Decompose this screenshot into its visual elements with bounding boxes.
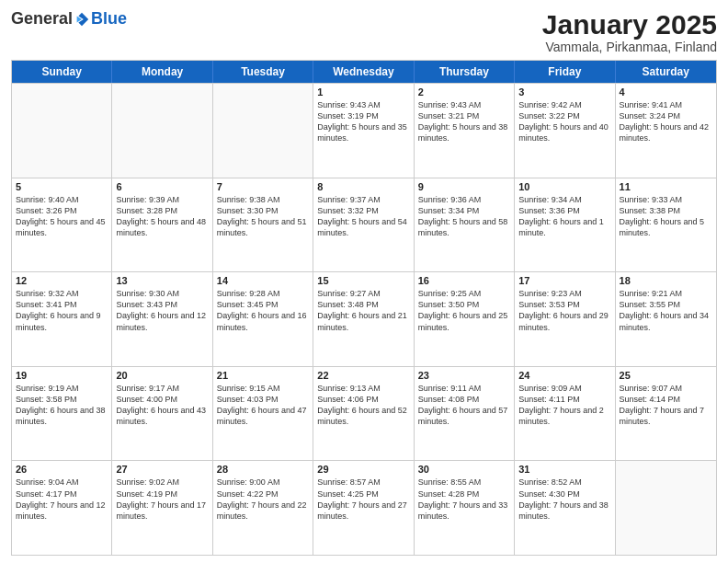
page-header: General Blue January 2025 Vammala, Pirka… [11,9,717,54]
week-row-4: 19Sunrise: 9:19 AM Sunset: 3:58 PM Dayli… [12,366,716,461]
day-info-25: Sunrise: 9:07 AM Sunset: 4:14 PM Dayligh… [620,383,712,428]
empty-cell-0-1 [112,84,212,178]
day-number-21: 21 [217,370,309,381]
day-cell-11: 11Sunrise: 9:33 AM Sunset: 3:38 PM Dayli… [616,178,716,272]
day-info-11: Sunrise: 9:33 AM Sunset: 3:38 PM Dayligh… [620,194,712,239]
calendar-body: 1Sunrise: 9:43 AM Sunset: 3:19 PM Daylig… [12,83,716,555]
day-number-10: 10 [518,181,610,192]
day-info-12: Sunrise: 9:32 AM Sunset: 3:41 PM Dayligh… [16,288,108,333]
day-number-4: 4 [620,86,712,98]
day-number-24: 24 [518,370,610,381]
day-cell-28: 28Sunrise: 9:00 AM Sunset: 4:22 PM Dayli… [213,461,313,555]
header-day-saturday: Saturday [616,61,716,83]
day-info-15: Sunrise: 9:27 AM Sunset: 3:48 PM Dayligh… [317,288,409,333]
day-cell-25: 25Sunrise: 9:07 AM Sunset: 4:14 PM Dayli… [616,367,716,461]
day-cell-19: 19Sunrise: 9:19 AM Sunset: 3:58 PM Dayli… [12,367,112,461]
day-info-14: Sunrise: 9:28 AM Sunset: 3:45 PM Dayligh… [217,288,309,333]
day-cell-29: 29Sunrise: 8:57 AM Sunset: 4:25 PM Dayli… [313,461,414,555]
day-info-9: Sunrise: 9:36 AM Sunset: 3:34 PM Dayligh… [418,194,510,239]
day-info-7: Sunrise: 9:38 AM Sunset: 3:30 PM Dayligh… [217,194,309,239]
header-day-tuesday: Tuesday [213,61,313,83]
day-number-30: 30 [418,464,510,475]
day-cell-4: 4Sunrise: 9:41 AM Sunset: 3:24 PM Daylig… [616,84,716,178]
empty-cell-4-6 [616,461,716,555]
day-number-3: 3 [518,86,610,98]
logo-general-text: General [11,9,73,29]
day-info-23: Sunrise: 9:11 AM Sunset: 4:08 PM Dayligh… [418,383,510,428]
day-info-18: Sunrise: 9:21 AM Sunset: 3:55 PM Dayligh… [620,288,712,333]
day-info-10: Sunrise: 9:34 AM Sunset: 3:36 PM Dayligh… [518,194,610,239]
day-info-6: Sunrise: 9:39 AM Sunset: 3:28 PM Dayligh… [116,194,208,239]
day-info-27: Sunrise: 9:02 AM Sunset: 4:19 PM Dayligh… [116,477,208,522]
logo-blue-text: Blue [91,9,127,29]
day-number-27: 27 [116,464,208,475]
day-info-3: Sunrise: 9:42 AM Sunset: 3:22 PM Dayligh… [518,99,610,144]
day-info-1: Sunrise: 9:43 AM Sunset: 3:19 PM Dayligh… [317,99,409,144]
title-block: January 2025 Vammala, Pirkanmaa, Finland [542,9,717,54]
logo-icon [74,11,90,28]
day-number-15: 15 [317,275,409,286]
day-number-26: 26 [16,464,108,475]
empty-cell-0-0 [12,84,112,178]
week-row-1: 1Sunrise: 9:43 AM Sunset: 3:19 PM Daylig… [12,83,716,178]
day-info-30: Sunrise: 8:55 AM Sunset: 4:28 PM Dayligh… [418,477,510,522]
day-cell-27: 27Sunrise: 9:02 AM Sunset: 4:19 PM Dayli… [112,461,212,555]
day-cell-18: 18Sunrise: 9:21 AM Sunset: 3:55 PM Dayli… [616,272,716,366]
day-number-1: 1 [317,86,409,98]
day-number-5: 5 [16,181,108,192]
calendar: SundayMondayTuesdayWednesdayThursdayFrid… [11,60,717,556]
day-info-16: Sunrise: 9:25 AM Sunset: 3:50 PM Dayligh… [418,288,510,333]
week-row-2: 5Sunrise: 9:40 AM Sunset: 3:26 PM Daylig… [12,178,716,272]
day-cell-21: 21Sunrise: 9:15 AM Sunset: 4:03 PM Dayli… [213,367,313,461]
day-info-8: Sunrise: 9:37 AM Sunset: 3:32 PM Dayligh… [317,194,409,239]
header-day-sunday: Sunday [12,61,112,83]
day-info-5: Sunrise: 9:40 AM Sunset: 3:26 PM Dayligh… [16,194,108,239]
day-info-2: Sunrise: 9:43 AM Sunset: 3:21 PM Dayligh… [418,99,510,144]
day-info-22: Sunrise: 9:13 AM Sunset: 4:06 PM Dayligh… [317,383,409,428]
header-day-thursday: Thursday [415,61,515,83]
day-info-21: Sunrise: 9:15 AM Sunset: 4:03 PM Dayligh… [217,383,309,428]
day-info-24: Sunrise: 9:09 AM Sunset: 4:11 PM Dayligh… [518,383,610,428]
day-number-12: 12 [16,275,108,286]
day-cell-2: 2Sunrise: 9:43 AM Sunset: 3:21 PM Daylig… [415,84,515,178]
day-info-4: Sunrise: 9:41 AM Sunset: 3:24 PM Dayligh… [620,99,712,144]
day-info-29: Sunrise: 8:57 AM Sunset: 4:25 PM Dayligh… [317,477,409,522]
week-row-5: 26Sunrise: 9:04 AM Sunset: 4:17 PM Dayli… [12,460,716,555]
day-number-18: 18 [620,275,712,286]
day-number-31: 31 [518,464,610,475]
calendar-header: SundayMondayTuesdayWednesdayThursdayFrid… [12,61,716,83]
day-number-20: 20 [116,370,208,381]
day-number-16: 16 [418,275,510,286]
day-cell-12: 12Sunrise: 9:32 AM Sunset: 3:41 PM Dayli… [12,272,112,366]
day-info-13: Sunrise: 9:30 AM Sunset: 3:43 PM Dayligh… [116,288,208,333]
day-cell-23: 23Sunrise: 9:11 AM Sunset: 4:08 PM Dayli… [415,367,515,461]
page-container: General Blue January 2025 Vammala, Pirka… [0,0,728,563]
day-cell-15: 15Sunrise: 9:27 AM Sunset: 3:48 PM Dayli… [313,272,414,366]
header-day-wednesday: Wednesday [313,61,414,83]
day-cell-30: 30Sunrise: 8:55 AM Sunset: 4:28 PM Dayli… [415,461,515,555]
day-cell-1: 1Sunrise: 9:43 AM Sunset: 3:19 PM Daylig… [313,84,414,178]
month-title: January 2025 [542,9,717,40]
header-day-monday: Monday [112,61,212,83]
day-info-31: Sunrise: 8:52 AM Sunset: 4:30 PM Dayligh… [518,477,610,522]
day-cell-9: 9Sunrise: 9:36 AM Sunset: 3:34 PM Daylig… [415,178,515,272]
day-number-9: 9 [418,181,510,192]
empty-cell-0-2 [213,84,313,178]
day-number-8: 8 [317,181,409,192]
day-info-28: Sunrise: 9:00 AM Sunset: 4:22 PM Dayligh… [217,477,309,522]
day-cell-7: 7Sunrise: 9:38 AM Sunset: 3:30 PM Daylig… [213,178,313,272]
day-cell-8: 8Sunrise: 9:37 AM Sunset: 3:32 PM Daylig… [313,178,414,272]
day-number-7: 7 [217,181,309,192]
location-subtitle: Vammala, Pirkanmaa, Finland [542,40,717,54]
day-number-13: 13 [116,275,208,286]
day-cell-24: 24Sunrise: 9:09 AM Sunset: 4:11 PM Dayli… [515,367,615,461]
day-number-14: 14 [217,275,309,286]
day-cell-16: 16Sunrise: 9:25 AM Sunset: 3:50 PM Dayli… [415,272,515,366]
week-row-3: 12Sunrise: 9:32 AM Sunset: 3:41 PM Dayli… [12,271,716,366]
day-number-6: 6 [116,181,208,192]
day-number-25: 25 [620,370,712,381]
day-number-2: 2 [418,86,510,98]
day-cell-14: 14Sunrise: 9:28 AM Sunset: 3:45 PM Dayli… [213,272,313,366]
day-number-28: 28 [217,464,309,475]
day-cell-3: 3Sunrise: 9:42 AM Sunset: 3:22 PM Daylig… [515,84,615,178]
